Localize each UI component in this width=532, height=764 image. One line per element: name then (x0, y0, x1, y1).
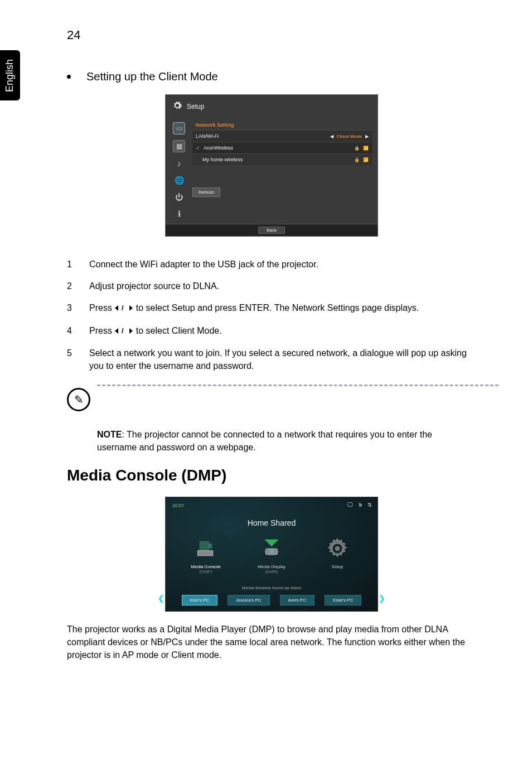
svg-point-6 (269, 549, 273, 553)
note-text: : The projector cannot be connected to a… (97, 430, 432, 452)
bottom-paragraph: The projector works as a Digital Media P… (67, 623, 476, 662)
svg-rect-3 (197, 550, 213, 555)
home-title: Home Shared (166, 508, 378, 536)
setup-header: Setup (166, 95, 378, 120)
image-icon[interactable]: ▦ (173, 140, 185, 152)
setup-panel: Setup ▭ ▦ ♪ 🌐 ⏻ ℹ Network Setting LAN/Wi… (165, 94, 378, 237)
power-icon[interactable]: ⏻ (173, 191, 185, 203)
left-arrow-icon[interactable]: ◀ (330, 134, 333, 139)
pc-tile-3[interactable]: Elsie's PC (325, 595, 361, 606)
step-1: 1 Connect the WiFi adapter to the USB ja… (67, 253, 476, 275)
note-row: ✎ (67, 388, 476, 411)
display-icon[interactable]: ▭ (173, 122, 185, 134)
bullet-heading-text: Setting up the Client Mode (86, 70, 218, 83)
brand-logo: acer (172, 502, 184, 508)
step-2: 2 Adjust projector source to DLNA. (67, 275, 476, 297)
gear-icon (323, 536, 351, 561)
network-name-1: My home wireless (196, 157, 354, 162)
signal-icon: ⇅ (367, 502, 372, 508)
back-button[interactable]: Back (258, 227, 285, 234)
svg-text:/: / (122, 328, 124, 334)
pc-tile-2[interactable]: Ami's PC (280, 595, 315, 606)
globe-icon[interactable]: 🌐 (173, 175, 185, 186)
section-label: Network Setting (192, 120, 372, 130)
chevron-left-icon[interactable]: ❮ (158, 594, 165, 603)
home-item-media-console[interactable]: Media Console (DMP) (181, 536, 231, 574)
item-label-2: (DMR) (246, 569, 297, 574)
bullet-heading: Setting up the Client Mode (67, 70, 476, 83)
home-panel: acer 🖵 🖱 ⇅ Home Shared Media Console (DM… (165, 497, 378, 612)
home-item-setup[interactable]: Setup (312, 536, 362, 574)
section-heading: Media Console (DMP) (67, 467, 476, 484)
right-arrow-icon[interactable]: ▶ (365, 134, 369, 139)
note-label: NOTE (97, 430, 122, 439)
back-bar: Back (166, 224, 378, 236)
refresh-button[interactable]: Refresh (192, 188, 220, 197)
svg-text:/: / (122, 305, 124, 311)
mouse-icon: 🖱 (357, 502, 363, 508)
monitor-icon: 🖵 (347, 502, 353, 508)
network-row-1[interactable]: My home wireless 🔒 📶 (192, 153, 372, 165)
audio-icon[interactable]: ♪ (173, 158, 185, 169)
step-4: 4 Press / to select Client Mode. (67, 320, 476, 342)
setup-nav: ▭ ▦ ♪ 🌐 ⏻ ℹ (171, 120, 187, 219)
chevron-right-icon[interactable]: ❯ (379, 594, 385, 603)
bullet-dot (67, 75, 71, 79)
left-right-arrows-icon: / (114, 302, 133, 315)
step-5: 5 Select a network you want to join. If … (67, 342, 476, 377)
wifi-icon: 📶 (363, 157, 369, 162)
page-number: 24 (67, 28, 476, 42)
left-right-arrows-icon: / (114, 325, 133, 338)
setup-title: Setup (187, 103, 204, 110)
pc-tile-1[interactable]: Jessica's PC (228, 595, 270, 606)
check-icon: ✓ (196, 145, 200, 151)
info-icon[interactable]: ℹ (173, 208, 185, 219)
network-row-0[interactable]: ✓ AcerWireless 🔒 📶 (192, 142, 372, 153)
network-name-0: AcerWireless (204, 145, 233, 151)
lan-wifi-row[interactable]: LAN/Wi-Fi ◀ Client Mode ▶ (192, 130, 372, 142)
item-label-1: Media Display (246, 564, 297, 569)
lan-wifi-label: LAN/Wi-Fi (196, 133, 330, 139)
svg-rect-4 (209, 543, 212, 548)
item-label-1: Setup (312, 564, 362, 569)
step-3: 3 Press / to select Setup and press ENTE… (67, 297, 476, 319)
projector-icon (258, 536, 286, 561)
client-mode-value: Client Mode (337, 134, 362, 139)
pencil-icon: ✎ (67, 388, 90, 411)
item-label-2: (DMP) (181, 569, 231, 574)
wifi-icon: 📶 (363, 146, 369, 151)
home-item-media-display[interactable]: Media Display (DMR) (246, 536, 297, 574)
lock-icon: 🔒 (354, 146, 360, 151)
pc-icon (192, 536, 220, 561)
gear-icon (172, 100, 182, 112)
note-body: NOTE: The projector cannot be connected … (97, 428, 476, 454)
steps-list: 1 Connect the WiFi adapter to the USB ja… (67, 253, 476, 377)
home-subtitle: Media libraries found as listed (166, 580, 378, 594)
pc-tile-0[interactable]: Kish's PC (182, 595, 217, 606)
lock-icon: 🔒 (354, 157, 360, 162)
item-label-1: Media Console (181, 564, 231, 569)
